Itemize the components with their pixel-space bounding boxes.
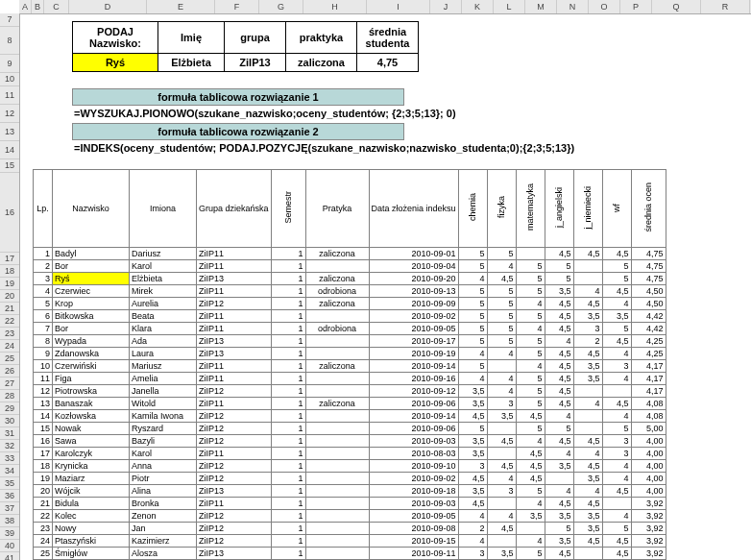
cell[interactable]: 3,5	[487, 548, 516, 560]
cell[interactable]: 4	[602, 473, 631, 485]
cell[interactable]	[487, 423, 516, 435]
cell[interactable]: 4,5	[458, 473, 487, 485]
cell[interactable]: ZiIP13	[197, 348, 272, 360]
cell[interactable]: 5	[602, 260, 631, 273]
cell[interactable]: 4,00	[631, 448, 666, 460]
th-6[interactable]: Data złożenia indeksu	[369, 170, 458, 248]
cell[interactable]: 4,5	[573, 460, 602, 473]
cell[interactable]: ZiIP13	[197, 335, 272, 348]
cell[interactable]: 4,5	[573, 298, 602, 310]
cell[interactable]: 4,5	[487, 435, 516, 448]
cell[interactable]: 4	[34, 285, 53, 298]
cell[interactable]	[305, 423, 369, 435]
cell[interactable]: 1	[34, 248, 53, 260]
cell[interactable]: Klara	[130, 323, 197, 335]
cell[interactable]: ZiIP13	[197, 485, 272, 498]
cell[interactable]	[545, 473, 573, 485]
cell[interactable]: 4	[602, 348, 631, 360]
cell[interactable]: 3	[573, 323, 602, 335]
cell[interactable]: 1	[271, 498, 305, 510]
cell[interactable]: 2010-09-12	[369, 385, 458, 398]
cell[interactable]: Sawa	[53, 435, 130, 448]
cell[interactable]: 4,5	[602, 548, 631, 560]
cell[interactable]: 2	[458, 523, 487, 535]
row-24[interactable]: 24	[0, 340, 19, 353]
cell[interactable]: 5	[516, 273, 545, 285]
cell[interactable]: 5	[545, 273, 573, 285]
cell[interactable]: 5	[458, 310, 487, 323]
table-row[interactable]: 20WójcikAlinaZiIP1312010-09-183,535444,5…	[34, 485, 666, 498]
cell[interactable]: 4,5	[602, 535, 631, 548]
cell[interactable]: Jan	[130, 523, 197, 535]
cell[interactable]: 5	[34, 298, 53, 310]
cell[interactable]: 5	[458, 335, 487, 348]
cell[interactable]: 5	[487, 323, 516, 335]
row-17[interactable]: 17	[0, 253, 19, 265]
cell[interactable]: odrobiona	[305, 285, 369, 298]
cell[interactable]: Badyl	[53, 248, 130, 260]
table-row[interactable]: 3RyśElżbietaZiIP131zaliczona2010-09-2044…	[34, 273, 666, 285]
cell[interactable]: 3,5	[573, 310, 602, 323]
cell[interactable]: 3,5	[602, 310, 631, 323]
cell[interactable]: 5	[458, 360, 487, 373]
cell[interactable]: Nowak	[53, 423, 130, 435]
cell[interactable]: 2010-09-02	[369, 310, 458, 323]
cell[interactable]: 4,5	[602, 335, 631, 348]
cell[interactable]: Anna	[130, 460, 197, 473]
row-33[interactable]: 33	[0, 452, 19, 465]
cell[interactable]: 3,92	[631, 523, 666, 535]
col-D[interactable]: D	[69, 0, 147, 13]
cell[interactable]: 3	[487, 485, 516, 498]
cell[interactable]: 4,5	[573, 535, 602, 548]
cell[interactable]: Ryś	[53, 273, 130, 285]
cell[interactable]	[602, 498, 631, 510]
row-11[interactable]: 11	[0, 86, 19, 105]
cell[interactable]: 2010-09-04	[369, 260, 458, 273]
col-M[interactable]: M	[525, 0, 557, 13]
cell[interactable]: 3,5	[545, 460, 573, 473]
row-7[interactable]: 7	[0, 13, 19, 27]
cell[interactable]: ZiIP12	[197, 460, 272, 473]
cell[interactable]: 3,5	[458, 448, 487, 460]
cell[interactable]: 19	[34, 473, 53, 485]
th-3[interactable]: Grupa dziekańska	[197, 170, 272, 248]
table-row[interactable]: 1BadylDariuszZiIP111zaliczona2010-09-015…	[34, 248, 666, 260]
table-row[interactable]: 22KolecZenonZiIP1212010-09-05443,53,53,5…	[34, 510, 666, 523]
cell[interactable]: 4,5	[487, 523, 516, 535]
cell[interactable]: 1	[271, 435, 305, 448]
cell[interactable]: 4,42	[631, 310, 666, 323]
cell[interactable]: ZiIP12	[197, 510, 272, 523]
cell[interactable]: 4,25	[631, 348, 666, 360]
cell[interactable]: 4,5	[573, 435, 602, 448]
cell[interactable]: 1	[271, 410, 305, 423]
cell[interactable]: 3	[602, 360, 631, 373]
lookup-value-praktyka[interactable]: zaliczona	[286, 54, 357, 72]
cell[interactable]: 4,08	[631, 410, 666, 423]
cell[interactable]: 5	[487, 248, 516, 260]
col-G[interactable]: G	[259, 0, 303, 13]
th-5[interactable]: Pratyka	[305, 170, 369, 248]
cell[interactable]: 2010-09-01	[369, 248, 458, 260]
cell[interactable]: 3,5	[458, 398, 487, 410]
cell[interactable]: 4	[516, 323, 545, 335]
cell[interactable]	[305, 485, 369, 498]
th-12[interactable]: wf	[602, 170, 631, 248]
lookup-value-grupa[interactable]: ZiIP13	[225, 54, 286, 72]
cell[interactable]: 2	[573, 335, 602, 348]
cell[interactable]: 4	[487, 385, 516, 398]
cell[interactable]: 4,5	[516, 410, 545, 423]
table-row[interactable]: 11FigaAmeliaZiIP1112010-09-164454,53,544…	[34, 373, 666, 385]
cell[interactable]: Piotr	[130, 473, 197, 485]
cell[interactable]: 3	[34, 273, 53, 285]
cell[interactable]: 5	[602, 523, 631, 535]
cell[interactable]: 3	[458, 548, 487, 560]
row-22[interactable]: 22	[0, 315, 19, 328]
cell[interactable]	[487, 535, 516, 548]
cell[interactable]: 5,00	[631, 423, 666, 435]
cell[interactable]: Krop	[53, 298, 130, 310]
cell[interactable]: 1	[271, 385, 305, 398]
cell[interactable]	[305, 373, 369, 385]
cell[interactable]: 5	[487, 335, 516, 348]
cell[interactable]	[487, 498, 516, 510]
cell[interactable]: 3,5	[573, 373, 602, 385]
